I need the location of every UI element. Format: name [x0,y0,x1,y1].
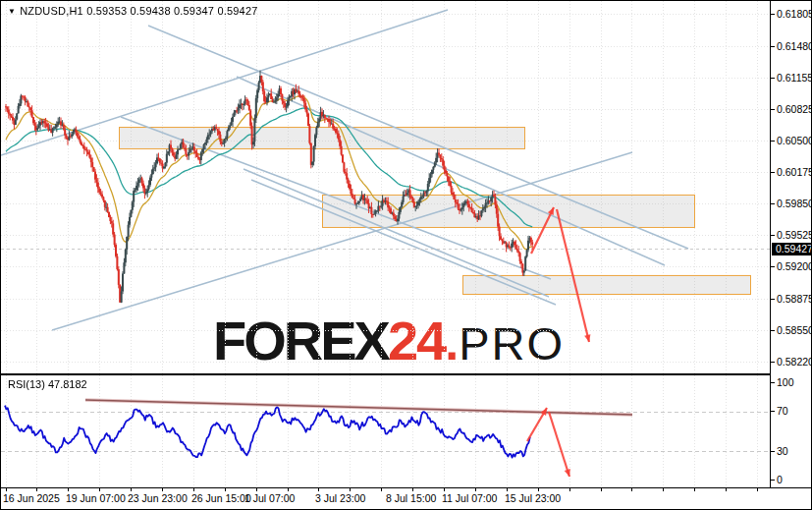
time-axis-tick [601,488,602,491]
price-axis-tick [771,203,775,204]
time-axis-tick [68,488,69,491]
time-axis-tick [162,488,163,491]
rsi-indicator-panel[interactable]: RSI(13) 47.8182 [1,375,770,487]
time-axis-tick [225,488,226,491]
time-axis-tick [475,488,476,491]
time-axis-label: 26 Jun 15:00 [191,492,251,504]
time-axis-tick [288,488,289,491]
price-axis-tick [771,141,775,142]
price-axis-tick [771,46,775,47]
time-axis-tick [350,488,351,491]
time-axis-tick [193,488,194,491]
time-axis-tick [444,488,445,491]
price-axis-label: 0.61805 [777,8,812,20]
price-axis-tick [771,14,775,15]
price-chart-canvas[interactable] [1,1,770,373]
time-axis-tick [538,488,539,491]
time-axis-tick [36,488,37,491]
price-axis-tick [771,172,775,173]
price-axis-label: 0.61155 [777,72,812,84]
time-axis-label: 19 Jun 07:00 [66,492,126,504]
price-axis-tick [771,299,775,300]
symbol-ohlc-text: NZDUSD,H1 0.59353 0.59438 0.59347 0.5942… [20,5,257,17]
time-axis-tick [99,488,100,491]
chart-window: FOREX24.PRO ▼NZDUSD,H1 0.59353 0.59438 0… [0,0,812,510]
price-axis-label: 0.59200 [777,260,812,272]
price-axis-tick [771,235,775,236]
rsi-indicator-label: RSI(13) 47.8182 [8,378,87,390]
price-axis-tick [771,382,775,383]
current-price-badge: 0.59427 [772,243,812,255]
symbol-info: ▼NZDUSD,H1 0.59353 0.59438 0.59347 0.594… [8,5,258,17]
time-axis-tick [631,488,632,491]
main-chart-panel[interactable]: FOREX24.PRO ▼NZDUSD,H1 0.59353 0.59438 0… [1,1,770,373]
time-axis-label: 16 Jun 2025 [3,492,60,504]
time-axis-tick [256,488,257,491]
time-axis-tick [663,488,664,491]
time-axis-label: 15 Jul 23:00 [505,492,561,504]
price-axis-tick [771,330,775,331]
price-axis-tick [771,480,775,481]
price-axis-tick [771,109,775,110]
price-axis[interactable]: 0.618050.614800.611550.608250.605000.601… [770,1,812,487]
time-axis-label: 23 Jun 23:00 [128,492,188,504]
time-axis-tick [757,488,758,491]
time-axis-tick [381,488,382,491]
price-axis-label: 0.60500 [777,135,812,146]
price-axis-label: 0.58875 [777,293,812,305]
price-axis-label: 30 [777,445,788,457]
time-axis-label: 3 Jul 23:00 [315,492,365,504]
price-axis-tick [771,362,775,363]
time-axis-label: 1 Jul 07:00 [244,492,295,504]
time-axis-tick [412,488,413,491]
price-axis-label: 100 [777,376,794,388]
price-axis-tick [771,411,775,412]
price-axis-tick [771,78,775,79]
time-axis-label: 11 Jul 07:00 [442,492,497,504]
price-axis-label: 70 [777,405,788,417]
time-axis-tick [569,488,570,491]
time-axis-tick [726,488,727,491]
price-axis-tick [771,266,775,267]
time-axis-tick [318,488,319,491]
time-axis-label: 8 Jul 15:00 [386,492,436,504]
symbol-expander-icon[interactable]: ▼ [8,7,16,16]
time-axis-tick [507,488,508,491]
time-axis[interactable]: 16 Jun 202519 Jun 07:0023 Jun 23:0026 Ju… [1,488,812,510]
price-axis-label: 0.60175 [777,166,812,178]
price-axis-label: 0 [777,474,783,485]
price-axis-label: 0.58550 [777,324,812,336]
rsi-chart-canvas[interactable] [1,375,770,487]
panel-divider[interactable] [1,373,812,375]
time-axis-tick [6,488,7,491]
time-axis-tick [131,488,132,491]
price-axis-label: 0.60825 [777,103,812,115]
time-axis-tick [694,488,695,491]
price-axis-label: 0.61480 [777,40,812,52]
price-axis-label: 0.58220 [777,356,812,368]
price-axis-tick [771,451,775,452]
price-axis-label: 0.59850 [777,198,812,209]
price-axis-label: 0.59525 [777,229,812,241]
